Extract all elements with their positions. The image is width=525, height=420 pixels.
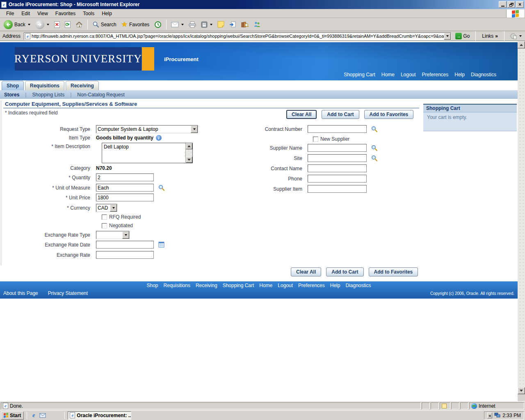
clear-all-button-top[interactable]: Clear All <box>286 110 317 119</box>
scroll-down-icon[interactable] <box>186 157 192 163</box>
about-this-page-link[interactable]: About this Page <box>3 290 38 296</box>
info-icon[interactable]: i <box>156 135 162 141</box>
refresh-button[interactable]: ⟳ <box>63 21 73 29</box>
request-type-select[interactable]: Computer System & Laptop <box>96 125 198 133</box>
links-chevron-icon[interactable]: » <box>495 33 498 39</box>
minimize-button[interactable] <box>499 1 507 8</box>
url-text[interactable]: http://finuweb.admin.ryerson.ca:8007/OA_… <box>32 34 444 39</box>
exchange-rate-date-field[interactable] <box>96 241 154 249</box>
textarea-scrollbar[interactable] <box>185 143 192 163</box>
supplier-name-field[interactable] <box>308 144 367 152</box>
subnav-stores[interactable]: Stores <box>4 92 19 98</box>
tab-requisitions[interactable]: Requisitions <box>25 81 64 90</box>
menu-file[interactable]: File <box>2 10 18 17</box>
footer-link-receiving[interactable]: Receiving <box>196 283 217 288</box>
print-button[interactable] <box>187 21 198 29</box>
footer-link-preferences[interactable]: Preferences <box>298 283 325 288</box>
privacy-statement-link[interactable]: Privacy Statement <box>48 290 88 296</box>
scroll-up-icon[interactable] <box>186 143 192 149</box>
menu-favorites[interactable]: Favorites <box>52 10 79 17</box>
nav-diagnostics[interactable]: Diagnostics <box>471 72 496 78</box>
contact-name-field[interactable] <box>308 164 367 172</box>
site-lookup-icon[interactable] <box>371 155 378 162</box>
exchange-rate-type-dropdown-icon[interactable] <box>122 231 129 239</box>
nav-preferences[interactable]: Preferences <box>422 72 449 78</box>
network-icon[interactable] <box>494 413 500 418</box>
menu-edit[interactable]: Edit <box>18 10 34 17</box>
forward-dropdown-icon[interactable] <box>47 24 49 25</box>
currency-select[interactable]: CAD <box>96 204 117 212</box>
footer-link-logout[interactable]: Logout <box>278 283 293 288</box>
menu-tools[interactable]: Tools <box>79 10 98 17</box>
nav-shopping-cart[interactable]: Shopping Cart <box>344 72 375 78</box>
clear-all-button-bottom[interactable]: Clear All <box>291 267 321 276</box>
history-button[interactable] <box>152 20 164 29</box>
item-description-textarea[interactable]: Dell Laptop <box>102 143 193 163</box>
address-input[interactable]: e http://finuweb.admin.ryerson.ca:8007/O… <box>24 32 451 40</box>
edit-button[interactable] <box>199 21 215 29</box>
tab-shop[interactable]: Shop <box>2 81 24 90</box>
start-button[interactable]: Start <box>1 411 24 420</box>
home-button[interactable] <box>73 21 85 29</box>
forward-button[interactable] <box>33 19 51 30</box>
mail-dropdown-icon[interactable] <box>181 24 184 25</box>
footer-link-shopping-cart[interactable]: Shopping Cart <box>223 283 254 288</box>
send-page-button[interactable] <box>227 21 238 29</box>
add-to-favorites-button-top[interactable]: Add to Favorites <box>364 110 414 119</box>
request-type-dropdown-icon[interactable] <box>191 126 198 133</box>
address-dropdown-button[interactable] <box>444 33 451 40</box>
messenger-button[interactable] <box>251 21 263 29</box>
subnav-non-catalog-request[interactable]: Non-Catalog Request <box>77 92 124 98</box>
stop-button[interactable]: ✕ <box>52 21 62 29</box>
footer-link-shop[interactable]: Shop <box>147 283 158 288</box>
nav-home[interactable]: Home <box>381 72 395 78</box>
favorites-button[interactable]: ★ Favorites <box>119 20 152 29</box>
subnav-shopping-lists[interactable]: Shopping Lists <box>32 92 64 98</box>
exchange-rate-type-select[interactable] <box>96 231 130 239</box>
add-to-favorites-button-bottom[interactable]: Add to Favorites <box>369 267 418 276</box>
supplier-item-field[interactable] <box>308 185 367 193</box>
footer-link-home[interactable]: Home <box>259 283 272 288</box>
back-button[interactable]: Back <box>2 19 32 30</box>
links-button[interactable]: Links » <box>479 33 500 39</box>
close-button[interactable]: × <box>516 1 524 8</box>
menu-help[interactable]: Help <box>98 10 116 17</box>
contract-number-lookup-icon[interactable] <box>371 126 378 132</box>
scrollbar-up-icon[interactable] <box>518 41 525 48</box>
footer-link-requisitions[interactable]: Requisitions <box>164 283 190 288</box>
phone-field[interactable] <box>308 175 367 183</box>
research-button[interactable] <box>239 21 251 29</box>
back-dropdown-icon[interactable] <box>28 24 30 25</box>
extension-dropdown-icon[interactable] <box>519 35 522 37</box>
discuss-button[interactable] <box>215 20 226 29</box>
quicklaunch-mail-icon[interactable] <box>39 412 46 419</box>
tab-receiving[interactable]: Receiving <box>66 81 99 90</box>
quicklaunch-ie-icon[interactable]: e <box>30 412 37 419</box>
add-to-cart-button-bottom[interactable]: Add to Cart <box>326 267 363 276</box>
nav-logout[interactable]: Logout <box>401 72 416 78</box>
exchange-rate-field[interactable] <box>96 251 154 259</box>
restore-button[interactable] <box>507 1 515 8</box>
scrollbar-track[interactable] <box>518 48 525 387</box>
rfq-required-checkbox[interactable] <box>102 215 107 220</box>
browser-extension-button[interactable] <box>508 32 524 40</box>
quantity-field[interactable] <box>96 173 154 181</box>
uom-field[interactable] <box>96 184 154 192</box>
contract-number-field[interactable] <box>308 125 367 133</box>
calendar-icon[interactable] <box>158 242 164 248</box>
menu-view[interactable]: View <box>34 10 52 17</box>
new-supplier-checkbox[interactable] <box>313 137 318 142</box>
scrollbar-down-icon[interactable] <box>518 387 525 394</box>
search-button[interactable]: Search <box>90 20 119 29</box>
site-field[interactable] <box>308 154 367 162</box>
currency-dropdown-icon[interactable] <box>110 204 117 212</box>
vertical-scrollbar[interactable] <box>518 41 525 394</box>
footer-link-help[interactable]: Help <box>330 283 340 288</box>
mail-button[interactable] <box>169 21 186 28</box>
uom-lookup-icon[interactable] <box>158 185 165 191</box>
footer-link-diagnostics[interactable]: Diagnostics <box>345 283 371 288</box>
edit-dropdown-icon[interactable] <box>210 24 212 25</box>
negotiated-checkbox[interactable] <box>102 223 107 228</box>
supplier-name-lookup-icon[interactable] <box>371 145 378 151</box>
add-to-cart-button-top[interactable]: Add to Cart <box>322 110 359 119</box>
